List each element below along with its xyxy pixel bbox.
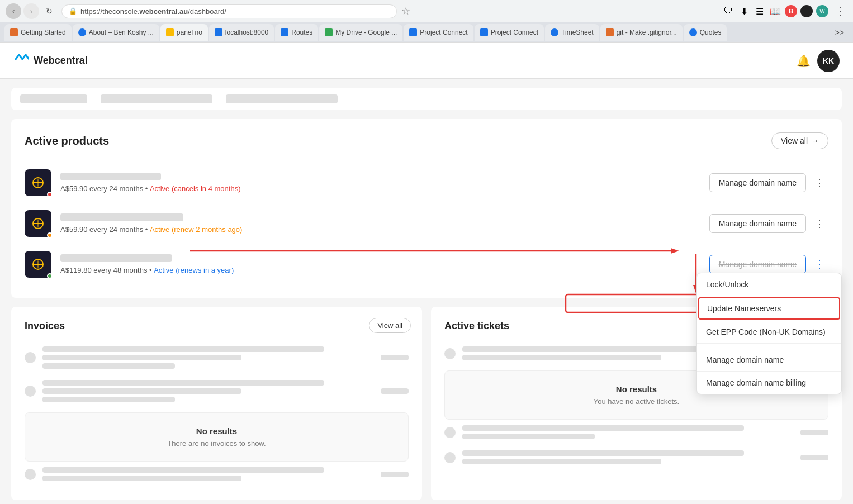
- dropdown-item-lock-unlock[interactable]: Lock/Unlock: [697, 273, 841, 296]
- tab-favicon-quotes: [689, 28, 697, 36]
- tab-favicon-about: [78, 28, 86, 36]
- top-partial-section: [11, 88, 842, 110]
- skel-line: [42, 397, 175, 402]
- teal-ext-icon: W: [816, 5, 828, 17]
- product-status-3: Active (renews in a year): [154, 266, 234, 274]
- lock-icon: 🔒: [69, 7, 77, 15]
- skel-line: [42, 346, 324, 352]
- app-header: Webcentral 🔔 KK: [0, 43, 853, 79]
- product-name-1-skeleton: [60, 173, 161, 180]
- product-icon-3: [25, 251, 51, 278]
- active-products-view-all-button[interactable]: View all →: [771, 132, 828, 149]
- invoices-no-results-sub: There are no invoices to show.: [39, 439, 395, 448]
- tab-label-project1: Project Connect: [420, 28, 467, 36]
- product-actions-1: Manage domain name ⋮: [709, 173, 828, 192]
- invoice-skel-right-2: [381, 388, 409, 394]
- manage-domain-button-2[interactable]: Manage domain name: [709, 214, 806, 233]
- dropdown-item-update-nameservers[interactable]: Update Nameservers: [698, 297, 840, 320]
- skel-line: [42, 363, 175, 369]
- url-bar[interactable]: 🔒 https://theconsole.webcentral.au/dashb…: [61, 4, 397, 18]
- tab-panel-no[interactable]: panel no: [160, 24, 208, 41]
- browser-menu-icon[interactable]: ⋮: [833, 5, 847, 17]
- more-options-button-3[interactable]: ⋮: [811, 255, 828, 273]
- invoice-skeleton-row-1: [25, 341, 409, 374]
- tab-favicon-panel: [166, 28, 174, 36]
- invoice-skel-circle-2: [25, 386, 36, 397]
- tab-label-timesheet: TimeSheet: [561, 28, 594, 36]
- dropdown-item-manage-domain[interactable]: Manage domain name: [697, 349, 841, 372]
- tab-label-routes: Routes: [291, 28, 312, 36]
- invoice-skel-lines-1: [42, 346, 374, 369]
- invoice-skel-lines-3: [42, 467, 374, 481]
- forward-button[interactable]: ›: [23, 3, 39, 19]
- tab-label-panel: panel no: [177, 28, 202, 36]
- skel-right-line: [381, 472, 409, 477]
- logo[interactable]: Webcentral: [13, 51, 88, 70]
- tab-git[interactable]: git - Make .gitignor...: [600, 24, 683, 41]
- tab-project-connect-1[interactable]: Project Connect: [404, 24, 473, 41]
- product-status-2: Active (renew 2 months ago): [150, 225, 242, 234]
- skel-line: [462, 450, 744, 456]
- invoice-skel-circle-3: [25, 469, 36, 480]
- invoice-skel-right-3: [381, 472, 409, 477]
- stub-block-1: [20, 94, 87, 103]
- ticket-skel-circle-3: [444, 452, 456, 463]
- user-avatar[interactable]: KK: [817, 50, 840, 72]
- ticket-skel-circle-1: [444, 348, 456, 359]
- tab-favicon-drive: [325, 28, 333, 36]
- dropdown-item-manage-billing[interactable]: Manage domain name billing: [697, 372, 841, 394]
- tabs-overflow-button[interactable]: >>: [831, 28, 849, 37]
- product-meta-2: A$59.90 every 24 months • Active (renew …: [60, 225, 242, 234]
- product-status-1: Active (cancels in 4 months): [150, 184, 241, 193]
- skel-right-line: [800, 430, 828, 435]
- shield-ext-icon: 🛡: [722, 5, 734, 17]
- ticket-skel-lines-3: [462, 450, 794, 464]
- product-icon-2: [25, 210, 51, 237]
- view-all-label: View all: [781, 136, 808, 145]
- tab-favicon-getting-started: [10, 28, 18, 36]
- back-button[interactable]: ‹: [6, 3, 21, 19]
- browser-extension-icons: 🛡 ⬇ ☰ 📖 B W: [722, 5, 828, 17]
- tab-project-connect-2[interactable]: Project Connect: [475, 24, 544, 41]
- tabs-bar: Getting Started About – Ben Koshy ... pa…: [0, 22, 853, 42]
- invoices-no-results: No results There are no invoices to show…: [25, 412, 409, 462]
- skel-line: [462, 355, 661, 360]
- manage-domain-button-3[interactable]: Manage domain name: [709, 255, 806, 274]
- status-dot-2: [47, 232, 53, 238]
- tab-about[interactable]: About – Ben Koshy ...: [73, 24, 159, 41]
- refresh-button[interactable]: ↻: [41, 3, 57, 19]
- tab-my-drive[interactable]: My Drive - Google ...: [319, 24, 402, 41]
- invoices-view-all-button[interactable]: View all: [369, 318, 411, 333]
- invoice-skeleton-row-2: [25, 374, 409, 408]
- tab-label-project2: Project Connect: [491, 28, 538, 36]
- dropdown-item-get-epp[interactable]: Get EPP Code (Non-UK Domains): [697, 321, 841, 344]
- browser-toolbar: ‹ › ↻ 🔒 https://theconsole.webcentral.au…: [0, 0, 853, 22]
- star-icon[interactable]: ☆: [401, 5, 410, 17]
- b-ext-icon: B: [785, 5, 797, 17]
- skel-line: [42, 467, 324, 473]
- tab-quotes[interactable]: Quotes: [684, 24, 727, 41]
- skel-line: [462, 434, 595, 439]
- tab-routes[interactable]: Routes: [275, 24, 318, 41]
- tab-getting-started[interactable]: Getting Started: [4, 24, 72, 41]
- notification-bell-icon[interactable]: 🔔: [797, 54, 811, 68]
- more-options-button-1[interactable]: ⋮: [811, 174, 828, 192]
- more-options-button-2[interactable]: ⋮: [811, 215, 828, 232]
- tab-localhost[interactable]: localhost:8000: [209, 24, 274, 41]
- ticket-skel-right-3: [800, 455, 828, 460]
- invoice-skel-right-1: [381, 355, 409, 360]
- manage-domain-button-1[interactable]: Manage domain name: [709, 173, 806, 192]
- download-ext-icon: ⬇: [738, 5, 750, 17]
- product-actions-3: Manage domain name ⋮: [709, 255, 828, 274]
- skel-line: [462, 459, 661, 464]
- ticket-skel-lines-2: [462, 425, 794, 439]
- tab-favicon-git: [606, 28, 614, 36]
- active-products-header: Active products View all →: [25, 132, 828, 149]
- tickets-no-results-sub: You have no active tickets.: [458, 397, 814, 406]
- url-text: https://theconsole.webcentral.au/dashboa…: [80, 7, 226, 16]
- tab-label-quotes: Quotes: [700, 28, 722, 36]
- tab-timesheet[interactable]: TimeSheet: [545, 24, 599, 41]
- invoices-no-results-title: No results: [39, 426, 395, 436]
- tab-favicon-localhost: [215, 28, 222, 36]
- invoices-section: Invoices View all: [11, 307, 422, 500]
